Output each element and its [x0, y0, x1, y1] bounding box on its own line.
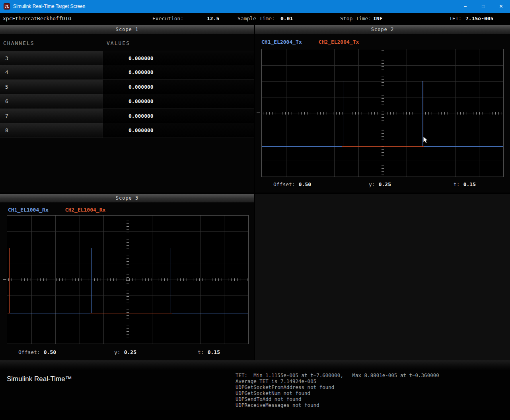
scope3-header: Scope 3 [0, 194, 254, 203]
value-cell: 0.000000 [103, 123, 254, 138]
minimize-button[interactable]: – [456, 0, 474, 13]
table-row: 3 0.000000 [0, 51, 254, 66]
value-cell: 8.000000 [103, 65, 254, 80]
value-cell: 0.000000 [103, 80, 254, 94]
maximize-button[interactable]: □ [474, 0, 492, 13]
close-button[interactable]: ✕ [492, 0, 510, 13]
window-title: Simulink Real-Time Target Screen [13, 4, 85, 9]
log-line: UDPSendToAdd not found [236, 396, 439, 402]
execution-value: 12.5 [207, 13, 219, 25]
scope3-panel: Scope 3 CH1_EL1004_Rx CH2_EL1004_Rx Offs… [0, 194, 254, 360]
sample-time-value: 0.01 [280, 13, 293, 25]
table-row: 5 0.000000 [0, 80, 254, 95]
stop-time-value: INF [373, 13, 382, 25]
scope3-offset-readout: Offset:0.50 [18, 349, 56, 355]
scope3-legend: CH1_EL1004_Rx CH2_EL1004_Rx [8, 207, 105, 213]
model-name: xpcEthercatBeckhoffDIO [3, 13, 71, 25]
scope2-offset-readout: Offset:0.50 [273, 181, 311, 187]
log-line: UDPGetSocketFromAddress not found [236, 384, 439, 390]
title-bar[interactable]: Simulink Real-Time Target Screen – □ ✕ [0, 0, 510, 13]
tet-value: 7.15e-005 [465, 13, 493, 25]
scope1-header: Scope 1 [0, 25, 254, 34]
values-column-header: VALUES [107, 40, 130, 46]
scope3-t-readout: t:0.15 [198, 349, 220, 355]
target-screen-window: Simulink Real-Time Target Screen – □ ✕ x… [0, 0, 510, 420]
log-panel-divider [233, 370, 233, 410]
scope1-table: 3 0.000000 4 8.000000 5 0.000000 6 0.000… [0, 51, 254, 138]
channels-column-header: CHANNELS [3, 40, 35, 46]
scope2-t-readout: t:0.15 [454, 181, 476, 187]
scope2-legend: CH1_EL2004_Tx CH2_EL2004_Tx [261, 39, 359, 45]
legend-ch1: CH1_EL1004_Rx [8, 207, 49, 213]
scope2-plot [261, 49, 504, 177]
table-row: 7 0.000000 [0, 109, 254, 124]
log-line: TET: Min 1.1155e-005 at t=7.600000, Max … [236, 372, 439, 378]
log-line: UDPGetSocketNum not found [236, 390, 439, 396]
log-line: UDPReceiveMessages not found [236, 402, 439, 408]
log-divider-strip [0, 360, 510, 370]
legend-ch1: CH1_EL2004_Tx [261, 39, 302, 45]
bottom-strip [0, 410, 510, 420]
status-bar: xpcEthercatBeckhoffDIO Execution: 12.5 S… [0, 13, 510, 25]
channel-cell: 3 [0, 51, 103, 65]
message-panel: Simulink Real-Time™ TET: Min 1.1155e-005… [0, 370, 510, 410]
tet-label: TET: [449, 13, 461, 25]
simulink-realtime-brand: Simulink Real-Time™ [7, 375, 72, 383]
channel-cell: 7 [0, 109, 103, 123]
log-line: Average TET is 7.14924e-005 [236, 378, 439, 384]
stop-time-label: Stop Time: [340, 13, 371, 25]
legend-ch2: CH2_EL2004_Tx [319, 39, 359, 45]
value-cell: 0.000000 [103, 94, 254, 109]
center-axis-tick [257, 113, 260, 113]
table-row: 6 0.000000 [0, 94, 254, 109]
execution-label: Execution: [152, 13, 183, 25]
channel-cell: 8 [0, 123, 103, 138]
scope3-plot [7, 215, 249, 344]
channel-cell: 5 [0, 80, 103, 94]
legend-ch2: CH2_EL1004_Rx [65, 207, 106, 213]
sample-time-label: Sample Time: [237, 13, 275, 25]
center-axis-tick [3, 279, 6, 280]
table-row: 8 0.000000 [0, 123, 254, 138]
table-row: 4 8.000000 [0, 65, 254, 80]
value-cell: 0.000000 [103, 51, 254, 65]
simulink-realtime-icon [4, 3, 10, 10]
scope2-header: Scope 2 [255, 25, 510, 34]
scope2-y-readout: y:0.25 [369, 181, 391, 187]
scope3-y-readout: y:0.25 [114, 349, 136, 355]
channel-cell: 4 [0, 65, 103, 80]
log-output: TET: Min 1.1155e-005 at t=7.600000, Max … [236, 372, 439, 408]
scope1-panel: Scope 1 CHANNELS VALUES 3 0.000000 4 8.0… [0, 25, 254, 192]
empty-quadrant [255, 194, 510, 360]
value-cell: 0.000000 [103, 109, 254, 123]
channel-cell: 6 [0, 94, 103, 109]
scope2-panel: Scope 2 CH1_EL2004_Tx CH2_EL2004_Tx Offs… [255, 25, 510, 192]
